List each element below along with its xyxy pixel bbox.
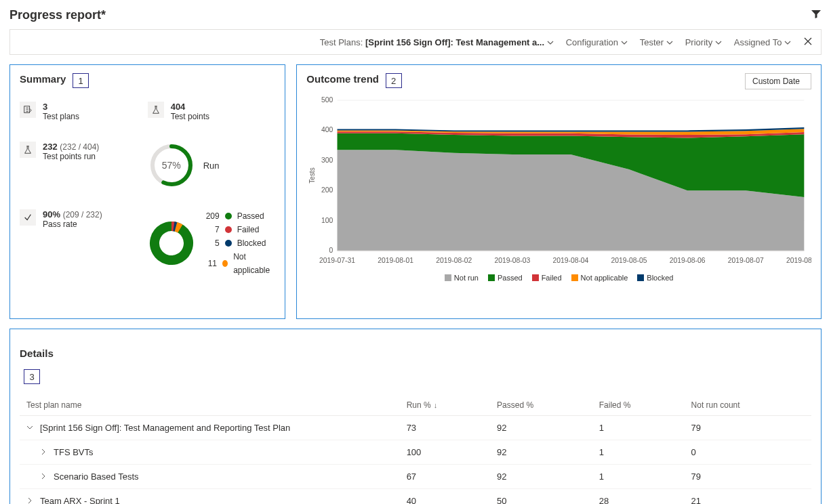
svg-text:100: 100	[321, 217, 333, 224]
svg-text:2019-08-05: 2019-08-05	[611, 257, 647, 264]
legend-count: 5	[206, 236, 220, 250]
svg-text:2019-08-04: 2019-08-04	[553, 257, 589, 264]
flask-icon	[20, 142, 36, 158]
cell-notrun: 21	[685, 489, 811, 504]
kpi-pass-rate: 90% (209 / 232) Pass rate	[20, 209, 148, 277]
column-header[interactable]: Not run count	[685, 395, 811, 416]
summary-panel: Summary 1 3 Test plans 404 Test points	[9, 64, 285, 319]
column-header[interactable]: Run %↓	[400, 395, 490, 416]
svg-text:2019-08-03: 2019-08-03	[495, 257, 531, 264]
kpi-label: Test points	[171, 112, 209, 121]
row-name: TFS BVTs	[54, 447, 94, 457]
legend-count: 11	[206, 257, 217, 270]
testplans-value: [Sprint 156 Sign Off]: Test Management a…	[365, 37, 544, 47]
run-gauge: 57% Run	[148, 142, 276, 189]
legend-label: Not applicable	[581, 274, 628, 282]
testplans-icon	[20, 102, 36, 118]
sort-arrow-icon: ↓	[434, 401, 438, 409]
cell-notrun: 0	[685, 440, 811, 465]
donut-legend: 209Passed 7Failed 5Blocked 11Not applica…	[206, 209, 276, 277]
cell-run: 67	[400, 465, 490, 489]
cell-failed: 1	[592, 440, 685, 465]
outcome-donut: 209Passed 7Failed 5Blocked 11Not applica…	[148, 209, 276, 277]
legend-swatch	[532, 274, 539, 281]
chevron-down-icon	[666, 37, 673, 47]
kpi-sub: (232 / 404)	[60, 142, 99, 152]
table-row[interactable]: Scenario Based Tests6792179	[20, 465, 811, 489]
column-header[interactable]: Test plan name	[20, 395, 400, 416]
cell-passed: 92	[490, 440, 592, 465]
cell-run: 40	[400, 489, 490, 504]
flask-icon	[148, 102, 164, 118]
legend-count: 7	[206, 223, 220, 236]
legend-label: Passed	[498, 274, 523, 282]
legend-label: Failed	[542, 274, 562, 282]
testplans-filter[interactable]: Test Plans: [Sprint 156 Sign Off]: Test …	[320, 37, 554, 47]
trend-legend: Not run Passed Failed Not applicable Blo…	[306, 274, 811, 282]
trend-title: Outcome trend	[306, 73, 379, 85]
legend-label: Blocked	[237, 236, 266, 250]
svg-text:2019-07-31: 2019-07-31	[319, 257, 355, 264]
gauge-label: Run	[203, 161, 220, 171]
kpi-test-points-run: 232 (232 / 404) Test points run	[20, 142, 148, 189]
legend-dot	[225, 226, 232, 233]
filter-configuration[interactable]: Configuration	[566, 37, 628, 47]
svg-text:200: 200	[321, 186, 333, 194]
annotation-2: 2	[386, 73, 402, 88]
chevron-right-icon[interactable]	[26, 496, 36, 504]
svg-text:400: 400	[321, 127, 333, 134]
details-title: Details	[20, 348, 811, 359]
testplans-label: Test Plans:	[320, 37, 363, 47]
table-row[interactable]: TFS BVTs1009210	[20, 440, 811, 465]
trend-panel: Outcome trend 2 Custom Date 010020030040…	[296, 64, 822, 319]
kpi-value: 90%	[43, 209, 60, 219]
svg-text:2019-08-08: 2019-08-08	[786, 257, 811, 264]
summary-title: Summary	[20, 73, 66, 85]
filter-tester[interactable]: Tester	[640, 37, 673, 47]
gauge-percent: 57%	[148, 142, 195, 189]
legend-label: Not applicable	[233, 250, 275, 277]
chevron-down-icon	[547, 37, 554, 47]
cell-failed: 28	[592, 489, 685, 504]
svg-text:300: 300	[321, 156, 333, 164]
custom-date-dropdown[interactable]: Custom Date	[745, 73, 811, 89]
legend-dot	[222, 260, 228, 267]
chevron-down-icon	[715, 37, 722, 47]
outcome-trend-chart: 0100200300400500Tests2019-07-312019-08-0…	[306, 93, 811, 270]
kpi-value: 3	[43, 102, 79, 112]
legend-dot	[225, 240, 232, 247]
kpi-test-points: 404 Test points	[148, 102, 276, 121]
chevron-down-icon	[621, 37, 628, 47]
filter-assignedto[interactable]: Assigned To	[734, 37, 791, 47]
row-name: Team ARX - Sprint 1	[40, 496, 120, 504]
kpi-label: Pass rate	[43, 219, 102, 229]
kpi-value: 404	[171, 102, 209, 112]
svg-text:2019-08-01: 2019-08-01	[378, 257, 414, 264]
details-table: Test plan nameRun %↓Passed %Failed %Not …	[20, 395, 811, 504]
cell-failed: 1	[592, 416, 685, 440]
chevron-down-icon[interactable]	[26, 423, 36, 433]
row-name: Scenario Based Tests	[54, 471, 139, 482]
filter-label: Configuration	[566, 37, 618, 47]
filter-icon[interactable]	[811, 9, 822, 22]
annotation-1: 1	[73, 73, 89, 88]
chevron-right-icon[interactable]	[40, 471, 49, 482]
table-row[interactable]: [Sprint 156 Sign Off]: Test Management a…	[20, 416, 811, 440]
filter-priority[interactable]: Priority	[685, 37, 722, 47]
legend-swatch	[445, 274, 451, 281]
column-header[interactable]: Failed %	[592, 395, 685, 416]
annotation-3: 3	[24, 369, 40, 384]
filter-label: Assigned To	[734, 37, 782, 47]
kpi-label: Test plans	[43, 112, 79, 121]
cell-passed: 50	[490, 489, 592, 504]
svg-text:2019-08-02: 2019-08-02	[437, 257, 472, 264]
cell-notrun: 79	[685, 416, 811, 440]
chevron-right-icon[interactable]	[40, 447, 49, 457]
close-icon[interactable]	[803, 37, 813, 48]
filter-label: Priority	[685, 37, 712, 47]
legend-dot	[225, 213, 232, 219]
table-row[interactable]: Team ARX - Sprint 140502821	[20, 489, 811, 504]
cell-passed: 92	[490, 465, 592, 489]
column-header[interactable]: Passed %	[490, 395, 592, 416]
row-name: [Sprint 156 Sign Off]: Test Management a…	[40, 423, 290, 433]
